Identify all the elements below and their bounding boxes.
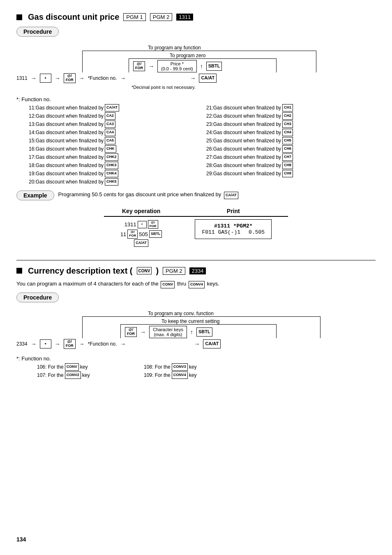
section1-example-row: Example Programming 50.5 cents for gas d… (16, 190, 376, 200)
section2-procedure-label: Procedure (16, 293, 59, 302)
op-line2: 11 @/FOR 505 SBTL (120, 230, 162, 239)
diag2-second-label: To keep the current setting (161, 318, 315, 324)
diag2-arrow0: → (31, 341, 37, 347)
section2-pgm2: PGM 2 (163, 267, 185, 275)
func-item-18: 18:Gas discount when finalized by CHK3 (29, 162, 198, 169)
func-item-20: 20:Gas discount when finalized by CHK5 (29, 178, 198, 186)
section2-flow-diagram: To program any conv. function To keep th… (16, 311, 376, 349)
func-item-26: 26:Gas discount when finalized by CH6 (206, 145, 376, 153)
diag1-caat-key: CA/AT (199, 74, 217, 83)
diag2-top-label: To program any conv. function (148, 311, 376, 316)
diag2-dot-key: • (40, 339, 51, 348)
section1-pgm2: PGM 2 (150, 13, 172, 21)
print-line1: #1311 *PGM2* (202, 223, 265, 229)
section2-title: Currency description text ( CONV ) PGM 2… (16, 266, 376, 276)
diag1-dot-key: • (40, 74, 51, 83)
section1-code: 1311 (176, 14, 193, 21)
section1-flow-diagram: To program any function To program zero … (16, 45, 376, 90)
func-item-15: 15:Gas discount when finalized by CA5 (29, 137, 198, 144)
func2-item-109: 109: For the CONV4 key (144, 372, 242, 379)
print-line2: F011 GAS(-)1 0.505 (202, 229, 265, 235)
page-number: 134 (16, 536, 26, 543)
key-op-cell: 1311 • @/FOR 11 @/FOR 505 SBTL CA/AT (104, 216, 179, 250)
section1-title-text: Gas discount unit price (28, 12, 119, 22)
func-item-11: 11:Gas discount when finalized by CA/AT (29, 104, 198, 111)
diag2-arrow4: ↑ (190, 329, 193, 335)
diag2-func-label: *Function no. (88, 341, 117, 347)
section2-square (16, 268, 22, 274)
section1: Gas discount unit price PGM 1 PGM 2 1311… (16, 12, 376, 250)
section2-title2: ) (156, 266, 159, 276)
print-cell: #1311 *PGM2* F011 GAS(-)1 0.505 (178, 216, 288, 250)
func-item-16: 16:Gas discount when finalized by CHK (29, 145, 198, 153)
func2-item-107: 107: For the CONV2 key (37, 372, 136, 379)
conv-start-key: CONV (161, 281, 175, 288)
diag1-for-key1: @/FOR (64, 73, 76, 83)
diag2-main-row: 2334 → • → @/FOR → *Function no. → → CA/… (16, 339, 376, 349)
section1-example-label: Example (16, 190, 54, 200)
print-header: Print (178, 207, 288, 216)
diag1-arrow0: → (31, 75, 37, 81)
section2-func-note: *: Function no. (16, 355, 376, 362)
func-item-23: 23:Gas discount when finalized by CH3 (206, 121, 376, 128)
print-line2-left: F011 GAS(-)1 (202, 229, 240, 235)
section1-func-list: 11:Gas discount when finalized by CA/AT … (29, 104, 376, 186)
diag2-arrow2b: → (120, 341, 126, 347)
diag1-top-label: To program any function (148, 45, 376, 51)
func-item-28: 28:Gas discount when finalized by CH8 (206, 162, 376, 169)
func-item-22: 22:Gas discount when finalized by CH2 (206, 112, 376, 120)
diag1-inner-bracket: @/FOR → Price *(0.0 - 99.9 cent) ↑ SBTL (129, 58, 277, 72)
print-box: #1311 *PGM2* F011 GAS(-)1 0.505 (195, 219, 272, 239)
func-item-17: 17:Gas discount when finalized by CHK2 (29, 153, 198, 161)
print-line2-right: 0.505 (249, 229, 265, 235)
func-item-14: 14:Gas discount when finalized by CA4 (29, 129, 198, 136)
op-line3: CA/AT (120, 239, 162, 247)
diag2-inner-row: @/FOR → Character keys(max. 4 digits) ↑ … (125, 326, 272, 338)
func-item-24: 24:Gas discount when finalized by CH4 (206, 129, 376, 136)
diag2-caat-key: CA/AT (203, 339, 221, 348)
diag2-arrow1: → (55, 341, 60, 347)
func-item-21: 21:Gas discount when finalized by CH1 (206, 104, 376, 111)
diag1-arrow5: → (190, 75, 196, 81)
diag2-arrow2: → (79, 341, 85, 347)
conv-end-key: CONV4 (189, 281, 205, 288)
section1-example-text: Programming 50.5 cents for gas discount … (58, 191, 238, 199)
func-item-27: 27:Gas discount when finalized by CH7 (206, 153, 376, 161)
diag1-arrow3: → (148, 63, 154, 70)
func-item-29: 29:Gas discount when finalized by CH9 (206, 170, 376, 177)
section2-conv-key: CONV (137, 267, 152, 274)
diag2-inner-bracket: @/FOR → Character keys(max. 4 digits) ↑ … (120, 324, 277, 338)
diag1-price-box: Price *(0.0 - 99.9 cent) (157, 60, 197, 72)
func-item-25: 25:Gas discount when finalized by CH5 (206, 137, 376, 144)
diag1-arrow2b: → (120, 75, 126, 81)
section-divider (16, 260, 376, 260)
diag1-start-num: 1311 (16, 75, 28, 81)
diag1-func-label: *Function no. (88, 75, 117, 81)
section1-pgm1: PGM 1 (123, 13, 145, 21)
diag1-arrow4: ↑ (200, 63, 203, 70)
func2-item-108: 108: For the CONV3 key (144, 363, 242, 371)
diag2-for-key2: @/FOR (125, 327, 137, 337)
section2-func-list: 106: For the CONV key 108: For the CONV3… (37, 363, 242, 379)
example-text-content: Programming 50.5 cents for gas discount … (58, 191, 221, 197)
diag1-second-label: To program zero (170, 53, 311, 58)
section2-code: 2334 (189, 267, 206, 274)
section2: Currency description text ( CONV ) PGM 2… (16, 266, 376, 379)
func-item-12: 12:Gas discount when finalized by CA2 (29, 112, 198, 120)
key-print-table: Key operation Print 1311 • @/FOR 11 @/FO… (104, 207, 288, 250)
example-caat-key: CA/AT (224, 192, 238, 199)
section1-procedure-label: Procedure (16, 27, 59, 37)
func2-item-106: 106: For the CONV key (37, 363, 136, 371)
diag2-sbtl-key: SBTL (196, 327, 212, 337)
diag2-char-box: Character keys(max. 4 digits) (149, 326, 187, 338)
section1-title: Gas discount unit price PGM 1 PGM 2 1311 (16, 12, 376, 22)
diag2-arrow5: → (194, 341, 200, 347)
diag2-start-num: 2334 (16, 341, 28, 347)
diag1-sbtl-key: SBTL (206, 62, 222, 71)
diag2-arrow3: → (140, 329, 146, 335)
diag1-for-key2: @/FOR (133, 61, 145, 71)
section2-intro: You can program a maximum of 4 character… (16, 281, 376, 288)
section1-square (16, 14, 22, 20)
diag1-arrow2: → (79, 75, 85, 81)
section1-func-note: *: Function no. (16, 96, 376, 102)
